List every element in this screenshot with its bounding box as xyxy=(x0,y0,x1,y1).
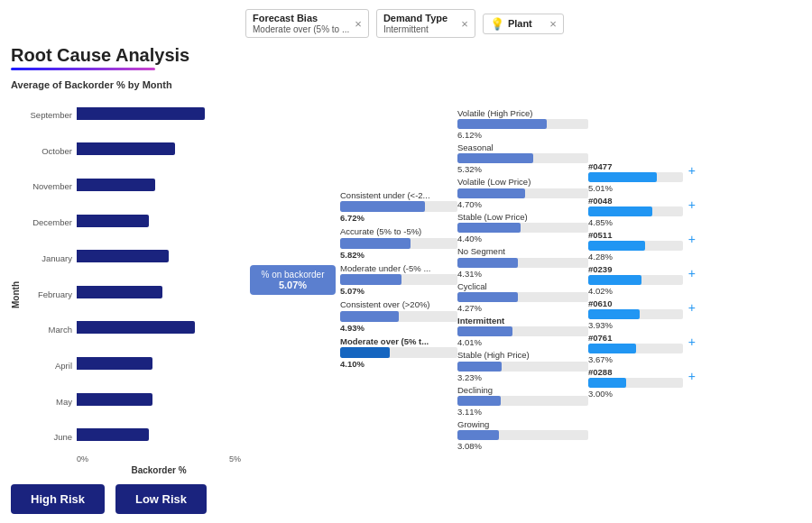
filters-bar: Forecast Bias Moderate over (5% to ... ×… xyxy=(245,9,801,38)
demand-type-value: 3.08% xyxy=(457,441,588,451)
close-icon[interactable]: × xyxy=(544,17,557,31)
plant-bar xyxy=(588,206,683,216)
demand-type-item: Cyclical4.27% xyxy=(457,281,588,313)
y-label: November xyxy=(23,182,77,191)
x-axis-label: Backorder % xyxy=(77,465,241,475)
forecast-bias-bar xyxy=(340,311,457,322)
forecast-bias-item: Accurate (5% to -5%)5.82% xyxy=(340,226,457,259)
forecast-bias-value: 4.10% xyxy=(340,359,457,369)
lightbulb-icon: 💡 xyxy=(490,17,504,31)
demand-type-bar-fill xyxy=(457,326,512,336)
expand-button[interactable]: + xyxy=(688,300,696,315)
demand-type-bar-fill xyxy=(457,188,525,198)
forecast-bias-item: Moderate under (-5% ...5.07% xyxy=(340,263,457,296)
root-value: 5.07% xyxy=(257,280,328,290)
bar-row xyxy=(77,319,241,335)
demand-type-bar xyxy=(457,188,588,198)
demand-type-item: Stable (Low Price)4.40% xyxy=(457,212,588,243)
high-risk-button[interactable]: High Risk xyxy=(11,484,105,514)
demand-type-value: 4.27% xyxy=(457,303,588,313)
plant-col: #04775.01%+#00484.85%+#05114.28%+#02394.… xyxy=(588,45,683,514)
demand-type-bar xyxy=(457,119,588,129)
expand-button[interactable]: + xyxy=(688,266,696,280)
filter-demand-type-label: Demand Type xyxy=(383,13,448,23)
demand-type-item: Declining3.11% xyxy=(457,385,588,417)
y-label: September xyxy=(23,111,77,120)
y-axis-labels: SeptemberOctoberNovemberDecemberJanuaryF… xyxy=(23,96,77,475)
filter-demand-type[interactable]: Demand Type Intermittent × xyxy=(376,9,475,38)
bar-bg xyxy=(77,107,241,120)
bar-fill xyxy=(77,250,169,262)
bottom-buttons: High Risk Low Risk xyxy=(11,484,241,514)
filter-plant[interactable]: 💡 Plant × xyxy=(483,14,564,34)
bar-fill xyxy=(77,357,152,370)
left-panel: Root Cause Analysis Average of Backorder… xyxy=(11,45,241,514)
plant-bar xyxy=(588,275,683,285)
demand-type-bar-fill xyxy=(457,430,499,440)
demand-type-item: Growing3.08% xyxy=(457,419,588,451)
forecast-bias-bar xyxy=(340,238,457,249)
bar-row xyxy=(77,141,241,157)
demand-type-value: 6.12% xyxy=(457,130,588,140)
plant-bar-fill xyxy=(588,309,640,319)
forecast-bias-item: Moderate over (5% t...4.10% xyxy=(340,336,457,369)
forecast-bias-bar-fill xyxy=(340,201,425,212)
plant-label: #0511 xyxy=(588,230,683,240)
expand-button[interactable]: + xyxy=(688,232,696,246)
forecast-bias-bar-fill xyxy=(340,274,401,285)
demand-type-item: Volatile (Low Price)4.70% xyxy=(457,177,588,208)
expand-button[interactable]: + xyxy=(688,197,696,212)
demand-type-bar xyxy=(457,396,588,406)
bars-wrapper: 0% 5% Backorder % xyxy=(77,96,241,475)
bar-row xyxy=(77,355,241,372)
demand-type-bar-fill xyxy=(457,292,518,302)
expand-button[interactable]: + xyxy=(688,335,696,349)
forecast-bias-col: Consistent under (<-2...6.72%Accurate (5… xyxy=(340,45,457,514)
plant-value: 4.02% xyxy=(588,286,683,296)
demand-type-label: Volatile (High Price) xyxy=(457,108,588,118)
plant-item: #07613.67%+ xyxy=(588,333,683,364)
bar-row xyxy=(77,284,241,300)
plant-label: #0761 xyxy=(588,333,683,343)
plant-label: #0239 xyxy=(588,264,683,274)
demand-type-label: Stable (Low Price) xyxy=(457,212,588,222)
y-label: October xyxy=(23,147,77,156)
demand-type-label: Volatile (Low Price) xyxy=(457,177,588,187)
plant-item: #02883.00%+ xyxy=(588,367,683,399)
close-icon[interactable]: × xyxy=(349,17,362,31)
bar-row xyxy=(77,391,241,408)
bar-fill xyxy=(77,393,152,406)
bar-row xyxy=(77,248,241,264)
demand-type-bar xyxy=(457,326,588,336)
content-area: Root Cause Analysis Average of Backorder… xyxy=(11,45,801,514)
plant-label: #0048 xyxy=(588,196,683,206)
low-risk-button[interactable]: Low Risk xyxy=(115,484,207,514)
chart-subtitle: Average of Backorder % by Month xyxy=(11,79,241,90)
root-col: % on backorder 5.07% xyxy=(250,45,340,514)
demand-type-bar xyxy=(457,292,588,302)
demand-type-item: Seasonal5.32% xyxy=(457,142,588,174)
forecast-bias-item: Consistent over (>20%)4.93% xyxy=(340,299,457,332)
close-icon[interactable]: × xyxy=(456,17,468,31)
bar-row xyxy=(77,106,241,122)
bars-inner xyxy=(77,96,241,453)
y-label: December xyxy=(23,218,77,227)
bar-fill xyxy=(77,215,149,227)
demand-type-bar-fill xyxy=(457,153,533,163)
y-label: May xyxy=(23,398,77,407)
forecast-bias-label: Moderate over (5% t... xyxy=(340,336,457,346)
demand-type-label: Stable (High Price) xyxy=(457,350,588,360)
expand-button[interactable]: + xyxy=(688,163,696,178)
filter-forecast-bias[interactable]: Forecast Bias Moderate over (5% to ... × xyxy=(245,9,369,38)
forecast-bias-item: Consistent under (<-2...6.72% xyxy=(340,190,457,223)
demand-type-label: Seasonal xyxy=(457,142,588,152)
expand-button[interactable]: + xyxy=(688,369,696,383)
forecast-bias-value: 6.72% xyxy=(340,213,457,223)
bar-bg xyxy=(77,428,241,441)
y-label: February xyxy=(23,290,77,299)
demand-type-item: No Segment4.31% xyxy=(457,246,588,278)
plant-bar xyxy=(588,172,683,182)
filter-plant-label: Plant xyxy=(508,18,532,29)
bar-bg xyxy=(77,142,241,155)
y-label: March xyxy=(23,326,77,335)
